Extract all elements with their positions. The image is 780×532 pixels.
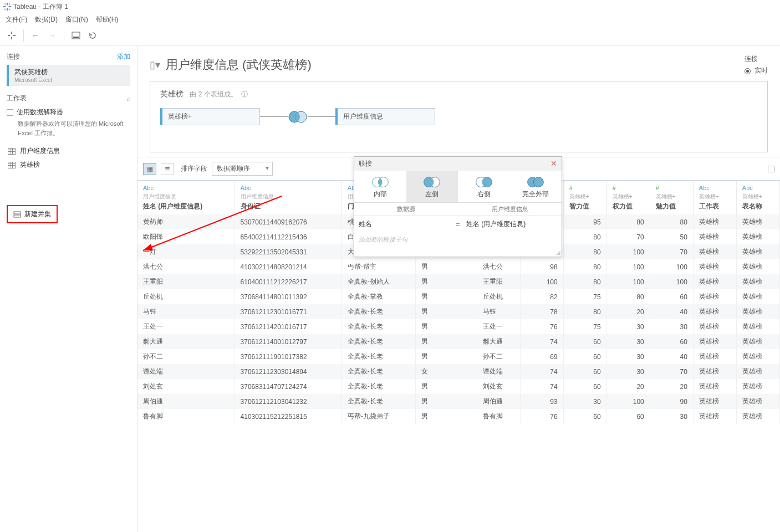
cell: 80: [650, 214, 693, 229]
cell: 全真教-长老: [341, 394, 415, 409]
table-row[interactable]: 鲁有脚410302115212251815丐帮-九袋弟子男鲁有脚76606030…: [137, 409, 780, 424]
cell: 英雄榜: [693, 319, 736, 334]
checkbox-icon[interactable]: [768, 166, 774, 172]
menu-help[interactable]: 帮助(H): [96, 15, 119, 24]
join-clause-right[interactable]: 姓名 (用户维度信息): [466, 219, 557, 229]
table-row[interactable]: 王重阳610400111212226217全真教-创始人男王重阳10080100…: [137, 274, 780, 289]
table-row[interactable]: 丘处机370684114801011392全真教-掌教男丘处机82758060英…: [137, 289, 780, 304]
tableau-icon[interactable]: [4, 28, 19, 43]
table-row[interactable]: 周伯通370612112103041232全真教-长老男周伯通933010090…: [137, 394, 780, 409]
info-icon[interactable]: ⓘ: [241, 90, 248, 98]
join-table-right[interactable]: 用户维度信息: [335, 108, 435, 125]
connection-item[interactable]: 武侠英雄榜 Microsoft Excel: [7, 65, 130, 86]
table-row[interactable]: 洪七公410302114808201214丐帮-帮主男洪七公9880100100…: [137, 259, 780, 274]
join-canvas-subtitle: 由 2 个表组成。: [190, 90, 237, 98]
cell: 男: [415, 409, 477, 424]
cell: 654002114112215436: [234, 229, 341, 244]
join-add-clause-hint[interactable]: 添加新的联接子句: [354, 232, 562, 249]
search-icon[interactable]: ⌕: [126, 95, 130, 103]
join-clause-op[interactable]: =: [450, 221, 466, 228]
table-row[interactable]: 王处一370612114201016717全真教-长老男王处一76753030英…: [137, 319, 780, 334]
close-icon[interactable]: ✕: [550, 159, 557, 168]
back-icon[interactable]: ←: [28, 28, 43, 43]
window-title: Tableau - 工作簿 1: [13, 2, 68, 12]
join-type-full[interactable]: 完全外部: [510, 171, 562, 202]
cell: 丐帮-帮主: [341, 259, 415, 274]
sheet-item[interactable]: 英雄榜: [7, 158, 130, 172]
join-clause-row[interactable]: 姓名 = 姓名 (用户维度信息): [354, 216, 562, 232]
cell: 英雄榜: [736, 334, 779, 349]
menu-file[interactable]: 文件(F): [6, 15, 27, 24]
cell: 93: [520, 394, 563, 409]
join-col-right-header: 用户维度信息: [458, 203, 562, 216]
cell: 40: [650, 349, 693, 364]
cell: 英雄榜: [736, 349, 779, 364]
table-row[interactable]: 刘处玄370683114707124274全真教-长老男刘处玄74602020英…: [137, 379, 780, 394]
column-header[interactable]: Abc英雄榜+工作表: [693, 181, 736, 214]
datasource-title[interactable]: 用户维度信息 (武侠英雄榜): [166, 57, 312, 73]
sheet-item[interactable]: 用户维度信息: [7, 144, 130, 158]
venn-icon: [370, 175, 390, 188]
join-table-left[interactable]: 英雄榜+: [160, 108, 260, 125]
cell: 郝大通: [477, 334, 520, 349]
join-type-left[interactable]: 左侧: [406, 171, 458, 202]
table-row[interactable]: 孙不二370612111901017382全真教-长老男孙不二69603040英…: [137, 349, 780, 364]
cell: 370612111901017382: [234, 349, 341, 364]
database-icon[interactable]: ▯▾: [150, 59, 160, 71]
menu-data[interactable]: 数据(D): [35, 15, 58, 24]
join-venn-icon[interactable]: [287, 109, 309, 125]
connections-label: 连接: [7, 52, 20, 62]
new-union-button[interactable]: 新建并集: [7, 205, 58, 223]
menu-bar: 文件(F) 数据(D) 窗口(N) 帮助(H): [0, 13, 780, 25]
cell: 78: [520, 304, 563, 319]
grid-view-button[interactable]: ▦: [143, 163, 156, 175]
table-row[interactable]: 谭处端370612112303014894全真教-长老女谭处端74603070英…: [137, 364, 780, 379]
join-type-inner[interactable]: 内部: [354, 171, 406, 202]
table-row[interactable]: 马钰370612112301016771全真教-长老男马钰78802040英雄榜…: [137, 304, 780, 319]
sheets-label: 工作表: [7, 94, 27, 103]
column-header[interactable]: Abc用户维度信息姓名 (用户维度信息): [137, 181, 234, 214]
join-canvas[interactable]: 英雄榜 由 2 个表组成。 ⓘ 英雄榜+ 用户维度信息: [150, 81, 768, 152]
column-header[interactable]: #英雄榜+权力值: [606, 181, 650, 214]
table-row[interactable]: 郝大通370612114001012797全真教-长老男郝大通74603060英…: [137, 334, 780, 349]
menu-window[interactable]: 窗口(N): [65, 15, 88, 24]
sort-dropdown[interactable]: 数据源顺序: [212, 162, 273, 176]
cell: 英雄榜: [693, 379, 736, 394]
column-header[interactable]: #英雄榜+智力值: [563, 181, 606, 214]
cell: 英雄榜: [693, 409, 736, 424]
cell: 周伯通: [477, 394, 520, 409]
connection-mode-label: 连接: [745, 54, 768, 64]
cell: 70: [650, 244, 693, 259]
list-view-button[interactable]: ≣: [161, 163, 174, 175]
cell: 30: [650, 409, 693, 424]
svg-rect-19: [14, 215, 21, 217]
cell: 370683114707124274: [234, 379, 341, 394]
join-clause-left[interactable]: 姓名: [359, 219, 450, 229]
add-connection-link[interactable]: 添加: [117, 52, 130, 62]
cell: 80: [563, 244, 606, 259]
resize-handle-icon[interactable]: ◢: [354, 249, 562, 257]
cell: 孙不二: [137, 349, 234, 364]
column-header[interactable]: Abc用户维度信息身份证: [234, 181, 341, 214]
cell: 丐帮-九袋弟子: [341, 409, 415, 424]
cell: 英雄榜: [736, 289, 779, 304]
cell: 英雄榜: [693, 289, 736, 304]
refresh-icon[interactable]: [85, 28, 100, 43]
column-header[interactable]: Abc英雄榜+表名称: [736, 181, 779, 214]
cell: 370612114001012797: [234, 334, 341, 349]
cell: 英雄榜: [736, 319, 779, 334]
venn-icon: [526, 175, 546, 188]
forward-icon[interactable]: →: [45, 28, 59, 43]
save-icon[interactable]: [69, 28, 83, 43]
cell: 王处一: [137, 319, 234, 334]
cell: 英雄榜: [693, 259, 736, 274]
cell: 20: [606, 379, 650, 394]
cell: 76: [520, 409, 563, 424]
interpreter-checkbox-row[interactable]: 使用数据解释器: [7, 108, 130, 117]
column-header[interactable]: #英雄榜+魅力值: [650, 181, 693, 214]
join-type-right[interactable]: 右侧: [458, 171, 510, 202]
cell: 男: [415, 289, 477, 304]
checkbox-icon[interactable]: [7, 109, 13, 116]
cell: 60: [563, 334, 606, 349]
radio-live[interactable]: [745, 68, 751, 74]
